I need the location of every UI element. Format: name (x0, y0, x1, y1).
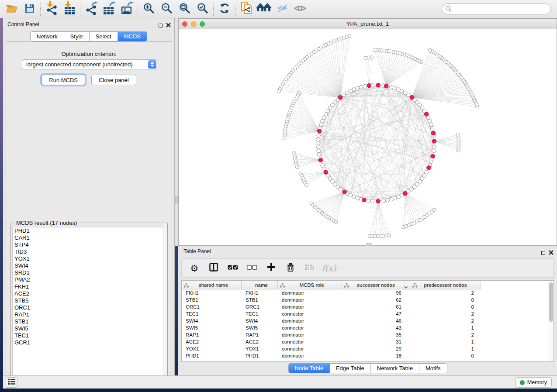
float-panel-icon[interactable] (541, 251, 545, 255)
table-row[interactable]: YOX1YOX1connector291 (182, 345, 554, 352)
zoom-fit-button[interactable] (176, 1, 194, 17)
table-cell: 18 (342, 352, 410, 359)
mcds-result-item[interactable]: SWI4 (13, 262, 166, 269)
float-panel-icon[interactable] (159, 24, 163, 28)
mcds-result-item[interactable]: PMA2 (13, 276, 166, 283)
mcds-result-item[interactable]: STP4 (13, 241, 166, 248)
export-image-button[interactable] (118, 1, 136, 17)
splitter-grip[interactable] (175, 196, 178, 203)
select-all-columns-button[interactable] (226, 261, 239, 275)
mcds-result-item[interactable]: FKH1 (13, 283, 166, 290)
optimization-criterion-dropdown[interactable]: largest connected component (undirected) (22, 59, 157, 69)
mcds-result-item[interactable]: STB5 (13, 297, 166, 304)
task-history-button[interactable] (6, 377, 17, 388)
table-cell: SWI5 (242, 324, 278, 331)
column-header-successor-nodes[interactable]: successor nodes (342, 281, 410, 289)
table-row[interactable]: ORC1ORC1dominator610 (182, 303, 554, 310)
column-header-name[interactable]: name (242, 281, 278, 289)
table-row[interactable]: SWI5SWI5connector431 (182, 324, 554, 331)
tab-select[interactable]: Select (90, 32, 118, 41)
desktop-wallpaper-left (0, 18, 3, 389)
column-header-shared-name[interactable]: shared name (182, 281, 242, 289)
close-panel-button[interactable]: Close panel (91, 75, 136, 85)
close-panel-icon[interactable] (549, 249, 554, 257)
mcds-result-item[interactable]: TEC1 (13, 332, 166, 339)
mcds-result-item[interactable]: TID3 (13, 248, 166, 255)
save-session-button[interactable] (21, 1, 38, 17)
mcds-result-item[interactable]: ACE2 (13, 290, 166, 297)
table-options-button[interactable]: ⚙ (188, 261, 201, 275)
table-row[interactable]: ACE2ACE2connector311 (182, 338, 554, 345)
table-cell: connector (278, 310, 342, 317)
main-toolbar (0, 0, 557, 18)
mcds-result-item[interactable]: CAR1 (13, 234, 166, 241)
import-network-icon (45, 1, 58, 17)
status-bar: Memory (3, 375, 557, 389)
mcds-result-item[interactable]: RAP1 (13, 311, 166, 318)
tab-node-table[interactable]: Node Table (288, 364, 330, 373)
vertical-splitter[interactable] (175, 18, 178, 246)
clone-network-button[interactable] (237, 1, 255, 17)
mcds-result-item[interactable]: GCR1 (13, 339, 166, 346)
zoom-out-icon (161, 2, 173, 16)
run-mcds-button[interactable]: Run MCDS (42, 75, 85, 85)
mcds-result-item[interactable]: STB1 (13, 318, 166, 325)
table-cell: 1 (410, 338, 481, 345)
tab-style[interactable]: Style (64, 32, 90, 41)
table-cell: dominator (278, 317, 342, 324)
network-window-titlebar[interactable]: YPA_prune.txt_1 (179, 19, 557, 29)
table-row[interactable]: STB1STB1dominator620 (182, 296, 554, 303)
table-cell: 31 (342, 338, 410, 345)
search-input[interactable] (442, 3, 551, 14)
mcds-result-item[interactable]: PHD1 (13, 227, 166, 234)
tab-network[interactable]: Network (31, 32, 64, 41)
function-builder-button: f(x) (322, 261, 336, 275)
table-row[interactable]: FKH1FKH1dominator962 (182, 289, 554, 296)
table-scrollbar[interactable] (548, 281, 554, 361)
export-table-button[interactable] (100, 1, 118, 17)
table-scrollbar-thumb[interactable] (549, 282, 553, 322)
import-table-button[interactable] (60, 1, 78, 17)
refresh-button[interactable] (215, 1, 233, 17)
mcds-result-list[interactable]: PHD1CAR1STP4TID3YOX1SWI4SRD1PMA2FKH1ACE2… (12, 227, 166, 384)
table-row[interactable]: PHD1PHD1dominator180 (182, 352, 554, 359)
mcds-result-item[interactable]: ORC1 (13, 304, 166, 311)
table-cell: dominator (278, 303, 342, 310)
tab-edge-table[interactable]: Edge Table (330, 364, 371, 373)
tab-motifs[interactable]: Motifs (419, 364, 447, 373)
memory-button[interactable]: Memory (515, 377, 552, 388)
show-columns-button[interactable] (207, 261, 220, 275)
zoom-out-button[interactable] (158, 1, 176, 17)
node-table: shared name name MCDS role successor nod… (181, 280, 554, 362)
first-neighbors-button[interactable] (255, 1, 273, 17)
show-hidden-button[interactable] (291, 1, 309, 17)
open-file-button[interactable] (3, 1, 21, 17)
import-network-button[interactable] (42, 1, 60, 17)
mcds-list-scrollbar[interactable] (163, 224, 167, 379)
table-cell: PHD1 (242, 352, 278, 359)
create-column-button[interactable] (265, 261, 278, 275)
delete-column-button[interactable] (284, 261, 297, 275)
table-cell: PHD1 (182, 352, 242, 359)
zoom-selected-button[interactable] (194, 1, 211, 17)
tab-network-table[interactable]: Network Table (371, 364, 419, 373)
table-row[interactable]: TEC1TEC1connector472 (182, 310, 554, 317)
column-header-mcds-role[interactable]: MCDS role (278, 281, 342, 289)
table-row[interactable]: SWI4SWI4dominator462 (182, 317, 554, 324)
tab-mcds[interactable]: MCDS (118, 32, 147, 41)
close-panel-icon[interactable] (166, 21, 171, 29)
horizontal-splitter-grip[interactable] (366, 243, 372, 246)
mcds-result-item[interactable]: SRD1 (13, 269, 166, 276)
zoom-in-button[interactable] (140, 1, 158, 17)
column-header-predecessor-nodes[interactable]: predecessor nodes (410, 281, 481, 289)
fx-label: f(x) (322, 263, 336, 273)
table-cell: 43 (342, 324, 410, 331)
hide-selected-button[interactable] (273, 1, 291, 17)
table-row[interactable]: RAP1RAP1dominator352 (182, 331, 554, 338)
network-graph[interactable] (179, 30, 557, 245)
unselect-all-columns-button[interactable] (246, 261, 259, 275)
export-network-button[interactable] (82, 1, 100, 17)
network-canvas[interactable] (179, 30, 557, 245)
mcds-result-item[interactable]: SWI5 (13, 325, 166, 332)
mcds-result-item[interactable]: YOX1 (13, 255, 166, 262)
